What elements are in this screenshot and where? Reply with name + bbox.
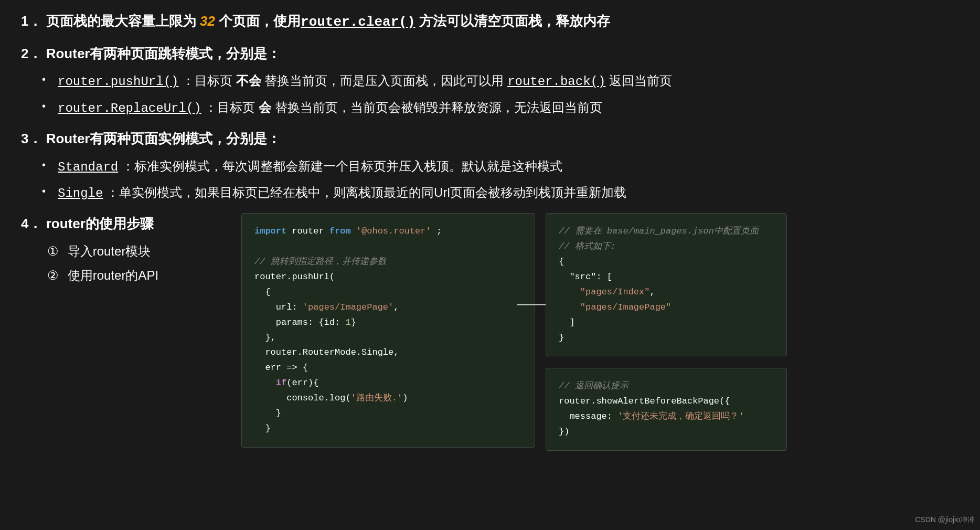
comment-jump: // 跳转到指定路径，并传递参数 <box>254 257 387 267</box>
right-blocks: // 需要在 base/main_pages.json中配置页面 // 格式如下… <box>546 213 787 451</box>
code-console: console.log('路由失败.') <box>254 391 522 406</box>
section-4-title: 4． router的使用步骤 <box>21 213 241 235</box>
code-router-word: router <box>292 226 329 236</box>
s1-num-val: 32 <box>200 13 215 29</box>
code-block-right-bottom: // 返回确认提示 router.showAlertBeforeBackPage… <box>546 368 787 451</box>
rt-comment2: // 格式如下: <box>559 239 774 255</box>
section-2: 2． Router有两种页面跳转模式，分别是： router.pushUrl()… <box>21 43 959 119</box>
rb-comment: // 返回确认提示 <box>559 379 774 394</box>
code-comment1: // 跳转到指定路径，并传递参数 <box>254 255 522 270</box>
s2-b1-t2: 替换当前页，而是压入页面栈，因此可以用 <box>264 73 504 88</box>
section-3-title: 3． Router有两种页面实例模式，分别是： <box>21 128 959 150</box>
code-region: import router from '@ohos.router' ; // 跳… <box>241 213 787 451</box>
comment-need: // 需要在 base/main_pages.json中配置页面 <box>559 226 759 236</box>
code-brace-open: { <box>254 285 522 300</box>
main-content: 1． 页面栈的最大容量上限为 32 个页面，使用router.clear() 方… <box>0 0 980 471</box>
s1-code: router.clear() <box>301 14 415 30</box>
s2-text: Router有两种页面跳转模式，分别是： <box>46 46 281 61</box>
s2-b2-bold: 会 <box>259 100 271 114</box>
rb-showalert: router.showAlertBeforeBackPage({ <box>559 394 774 409</box>
s1-num: 1． <box>21 13 42 29</box>
s1-text3: 方法可以清空页面栈，释放内存 <box>419 13 610 29</box>
s2-b1-t3: 返回当前页 <box>609 73 672 88</box>
code-if-err: if(err){ <box>254 376 522 391</box>
s4-step2-num: ② <box>47 268 59 282</box>
s4-text: router的使用步骤 <box>46 216 154 231</box>
rt-bracket-close: ] <box>559 315 774 331</box>
num-1: 1 <box>345 317 350 327</box>
s4-step1-text: 导入router模块 <box>68 244 151 258</box>
code-if-close: } <box>254 406 522 421</box>
code-url-line: url: 'pages/ImagePage', <box>254 300 522 315</box>
s4-row: 4． router的使用步骤 ① 导入router模块 ② 使用router的A… <box>21 213 959 451</box>
s3-list: Standard ：标准实例模式，每次调整都会新建一个目标页并压入栈顶。默认就是… <box>21 156 959 204</box>
code-pushurl-open: router.pushUrl( <box>254 270 522 285</box>
s2-b1-code2: router.back() <box>507 75 605 89</box>
s2-b1-code1: router.pushUrl() <box>58 75 178 89</box>
s4-step1-num: ① <box>47 244 59 258</box>
rb-close: }) <box>559 425 774 440</box>
s3-num: 3． <box>21 131 42 146</box>
rt-brace2: } <box>559 331 774 346</box>
str-pages-imagepage2: "pages/ImagePage" <box>580 302 671 312</box>
s4-step-2: ② 使用router的API <box>47 266 241 285</box>
section-4: 4． router的使用步骤 ① 导入router模块 ② 使用router的A… <box>21 213 959 451</box>
s2-bullet-1: router.pushUrl() ：目标页 不会 替换当前页，而是压入页面栈，因… <box>42 71 959 92</box>
str-pages-index: "pages/Index" <box>580 287 650 297</box>
rb-message: message: '支付还未完成，确定返回吗？' <box>559 409 774 425</box>
section-1-title: 1． 页面栈的最大容量上限为 32 个页面，使用router.clear() 方… <box>21 10 959 34</box>
code-block-right-top: // 需要在 base/main_pages.json中配置页面 // 格式如下… <box>546 213 787 356</box>
s2-b2-t1: ：目标页 <box>205 100 255 114</box>
s1-text2: 个页面，使用 <box>219 13 301 29</box>
str-ohos-router: '@ohos.router' <box>356 226 431 236</box>
s4-step-1: ① 导入router模块 <box>47 241 241 261</box>
s3-b1-t: ：标准实例模式，每次调整都会新建一个目标页并压入栈顶。默认就是这种模式 <box>122 159 562 173</box>
s3-text: Router有两种页面实例模式，分别是： <box>46 131 281 146</box>
s3-b2-code: Single <box>58 186 103 200</box>
rt-src: "src": [ <box>559 270 774 285</box>
code-blank1 <box>254 239 522 255</box>
section-1: 1． 页面栈的最大容量上限为 32 个页面，使用router.clear() 方… <box>21 10 959 34</box>
s1-text1: 页面栈的最大容量上限为 <box>46 13 196 29</box>
s3-b1-code: Standard <box>58 160 118 174</box>
code-params-line: params: {id: 1} <box>254 315 522 331</box>
code-err-arrow: err => { <box>254 361 522 376</box>
code-routermode: router.RouterMode.Single, <box>254 345 522 361</box>
kw-from: from <box>329 226 351 236</box>
str-route-fail: '路由失败.' <box>351 393 403 403</box>
watermark: CSDN @jiojio冲冲 <box>915 515 975 525</box>
code-block-left: import router from '@ohos.router' ; // 跳… <box>241 213 535 447</box>
s2-b2-t2: 替换当前页，当前页会被销毁并释放资源，无法返回当前页 <box>275 100 602 114</box>
s4-text-col: 4． router的使用步骤 ① 导入router模块 ② 使用router的A… <box>21 213 241 290</box>
kw-import: import <box>254 226 286 236</box>
section-2-title: 2． Router有两种页面跳转模式，分别是： <box>21 43 959 65</box>
s2-b1-bold: 不会 <box>236 73 261 88</box>
s2-num: 2． <box>21 46 42 61</box>
comment-back-confirm: // 返回确认提示 <box>559 381 629 391</box>
code-line-import: import router from '@ohos.router' ; <box>254 224 522 239</box>
s4-num: 4． <box>21 216 42 231</box>
s2-bullet-2: router.ReplaceUrl() ：目标页 会 替换当前页，当前页会被销毁… <box>42 98 959 119</box>
s2-b1-t1: ：目标页 <box>182 73 232 88</box>
rt-comment1: // 需要在 base/main_pages.json中配置页面 <box>559 224 774 239</box>
code-err-close: } <box>254 421 522 437</box>
s3-bullet-1: Standard ：标准实例模式，每次调整都会新建一个目标页并压入栈顶。默认就是… <box>42 156 959 177</box>
s3-b2-t: ：单实例模式，如果目标页已经在栈中，则离栈顶最近的同Url页面会被移动到栈顶并重… <box>106 185 626 199</box>
code-brace-close: }, <box>254 331 522 346</box>
kw-if: if <box>276 378 286 388</box>
rt-brace1: { <box>559 255 774 270</box>
s2-b2-code: router.ReplaceUrl() <box>58 101 201 115</box>
rt-pages-index: "pages/Index", <box>559 285 774 300</box>
comment-format: // 格式如下: <box>559 241 616 251</box>
s3-bullet-2: Single ：单实例模式，如果目标页已经在栈中，则离栈顶最近的同Url页面会被… <box>42 183 959 204</box>
str-imagepage: 'pages/ImagePage' <box>303 302 393 312</box>
s2-list: router.pushUrl() ：目标页 不会 替换当前页，而是压入页面栈，因… <box>21 71 959 119</box>
s4-step2-text: 使用router的API <box>68 268 158 282</box>
section-3: 3． Router有两种页面实例模式，分别是： Standard ：标准实例模式… <box>21 128 959 204</box>
rt-pages-imagepage: "pages/ImagePage" <box>559 300 774 315</box>
str-payment: '支付还未完成，确定返回吗？' <box>617 411 744 421</box>
code-semi1: ; <box>436 226 442 236</box>
